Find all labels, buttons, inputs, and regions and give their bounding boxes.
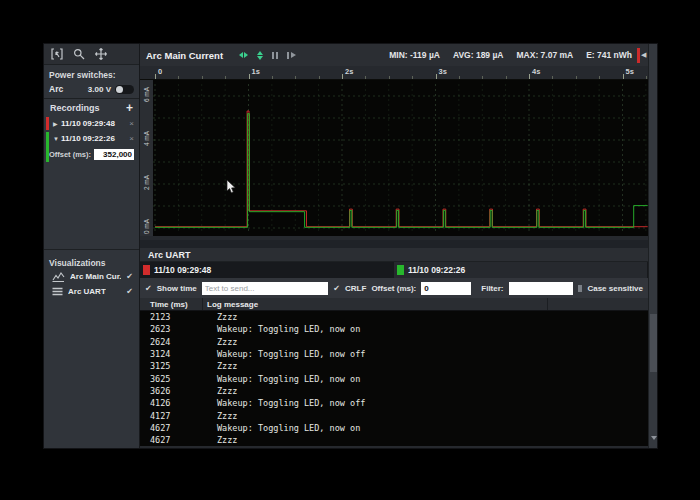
tab-color-swatch — [143, 265, 150, 275]
close-recording-icon[interactable]: × — [129, 119, 134, 128]
log-message: Zzzz — [207, 411, 237, 421]
uart-panel: Arc UART 11/10 09:29:48 11/10 09:22:26 ✔… — [140, 248, 648, 448]
close-recording-icon[interactable]: × — [129, 134, 134, 143]
screen: Power switches: Arc 3.00 V Recordings + … — [0, 0, 700, 500]
visualization-checkbox[interactable]: ✔ — [126, 287, 133, 296]
step-icon[interactable] — [287, 52, 296, 59]
log-row: 2623Wakeup: Toggling LED, now on — [140, 323, 648, 335]
recording-item[interactable]: ▶ 11/10 09:29:48 × — [44, 116, 139, 131]
pause-icon[interactable] — [272, 52, 278, 59]
log-row: 4627Zzzz — [140, 434, 648, 446]
panel-splitter[interactable] — [140, 240, 657, 248]
x-tick-label: 3s — [439, 67, 447, 76]
log-time: 2624 — [140, 337, 207, 347]
log-message: Zzzz — [207, 386, 237, 396]
uart-offset-input[interactable] — [421, 282, 471, 295]
chart-header: Arc Main Current MIN: -119 µAAVG: 189 µA… — [140, 44, 648, 66]
log-time: 4627 — [140, 423, 207, 433]
log-time: 3124 — [140, 349, 207, 359]
device-name: Arc — [49, 84, 63, 94]
log-time: 4126 — [140, 398, 207, 408]
sidebar: Power switches: Arc 3.00 V Recordings + … — [44, 44, 140, 448]
y-tick-label: 4 mA — [143, 126, 150, 152]
filter-label: Filter: — [481, 284, 503, 293]
crlf-checkbox[interactable]: ✔ — [333, 284, 340, 293]
uart-tabs: 11/10 09:29:48 11/10 09:22:26 — [140, 262, 648, 278]
tab-color-swatch — [397, 265, 404, 275]
scrollbar-thumb[interactable] — [650, 314, 657, 372]
scrollbar-track[interactable] — [648, 44, 657, 448]
sidebar-toolbar — [44, 44, 139, 65]
log-message: Zzzz — [207, 337, 237, 347]
add-recording-button[interactable]: + — [126, 104, 133, 112]
power-switches-label: Power switches: — [49, 70, 134, 80]
chart-panel: Arc Main Current MIN: -119 µAAVG: 189 µA… — [140, 44, 648, 240]
mouse-cursor — [226, 180, 238, 194]
visualization-item-uart[interactable]: Arc UART ✔ — [44, 284, 139, 299]
column-header-message[interactable]: Log message — [203, 298, 548, 310]
chart-icon — [52, 272, 65, 282]
recording-label: 11/10 09:29:48 — [61, 119, 115, 128]
main-area: Arc Main Current MIN: -119 µAAVG: 189 µA… — [140, 44, 657, 448]
app-window: Power switches: Arc 3.00 V Recordings + … — [44, 44, 657, 448]
recording-offset-input[interactable] — [94, 149, 134, 160]
log-row: 4127Zzzz — [140, 409, 648, 421]
chart-stats: MIN: -119 µAAVG: 189 µAMAX: 7.07 mAE: 74… — [389, 50, 632, 60]
visualization-item-main-current[interactable]: Arc Main Cur... ✔ — [44, 269, 139, 284]
log-row: 3626Zzzz — [140, 385, 648, 397]
recording-label: 11/10 09:22:26 — [61, 134, 115, 143]
collapse-panel-icon[interactable]: ◀ — [641, 51, 646, 59]
crlf-label: CRLF — [345, 284, 366, 293]
log-time: 2123 — [140, 312, 207, 322]
cursor-marker[interactable] — [637, 48, 640, 63]
log-body[interactable]: 2123Zzzz2623Wakeup: Toggling LED, now on… — [140, 311, 648, 446]
log-time: 3625 — [140, 374, 207, 384]
filter-input[interactable] — [509, 282, 573, 295]
fit-horizontal-icon[interactable] — [239, 52, 248, 58]
stat-value: MIN: -119 µA — [389, 50, 440, 60]
collapse-arrow-icon[interactable]: ▼ — [53, 136, 61, 142]
x-tick-label: 2s — [345, 67, 353, 76]
expand-arrow-icon[interactable]: ▶ — [53, 120, 61, 127]
case-sensitive-checkbox[interactable] — [578, 285, 583, 292]
log-row: 4627Wakeup: Toggling LED, now on — [140, 422, 648, 434]
stat-value: AVG: 189 µA — [453, 50, 504, 60]
case-sensitive-label: Case sensitive — [587, 284, 643, 293]
log-message: Wakeup: Toggling LED, now on — [207, 374, 360, 384]
y-tick-label: 0 mA — [143, 214, 150, 237]
log-row: 3625Wakeup: Toggling LED, now on — [140, 372, 648, 384]
scroll-down-arrow-icon[interactable] — [651, 436, 657, 440]
chart-title: Arc Main Current — [146, 50, 223, 61]
log-message: Wakeup: Toggling LED, now on — [207, 324, 360, 334]
uart-tab-recording-2[interactable]: 11/10 09:22:26 — [394, 262, 648, 278]
stat-value: MAX: 7.07 mA — [517, 50, 574, 60]
visualizations-label: Visualizations — [49, 258, 134, 268]
offset-label: Offset (ms): — [49, 150, 91, 159]
uart-tab-recording-1[interactable]: 11/10 09:29:48 — [140, 262, 394, 278]
visualization-checkbox[interactable]: ✔ — [126, 272, 133, 281]
y-tick-label: 6 mA — [143, 82, 150, 108]
waveform-plot[interactable] — [153, 80, 648, 236]
recording-item[interactable]: ▼ 11/10 09:22:26 × Offset (ms): — [44, 131, 139, 163]
pan-tool-icon[interactable] — [93, 47, 108, 61]
fit-vertical-icon[interactable] — [257, 51, 263, 60]
log-time: 2623 — [140, 324, 207, 334]
visualization-label: Arc Main Cur... — [70, 272, 121, 281]
power-switch-row: Arc 3.00 V — [44, 81, 139, 99]
tab-label: 11/10 09:22:26 — [408, 265, 465, 275]
toggle-knob — [116, 86, 123, 93]
log-row: 4126Wakeup: Toggling LED, now off — [140, 397, 648, 409]
y-axis: 0 mA2 mA4 mA6 mA — [140, 80, 153, 236]
uart-panel-title: Arc UART — [140, 248, 648, 262]
zoom-tool-icon[interactable] — [71, 47, 86, 61]
selection-tool-icon[interactable] — [49, 47, 64, 61]
list-icon — [52, 287, 63, 296]
recordings-label: Recordings — [50, 103, 100, 113]
time-axis[interactable]: 01s2s3s4s5s — [140, 66, 648, 80]
send-text-input[interactable] — [202, 282, 329, 295]
tab-label: 11/10 09:29:48 — [154, 265, 211, 275]
column-header-time[interactable]: Time (ms) — [140, 298, 203, 310]
power-toggle[interactable] — [115, 85, 134, 94]
show-time-checkbox[interactable]: ✔ — [145, 284, 152, 293]
recordings-header: Recordings + — [44, 99, 139, 116]
